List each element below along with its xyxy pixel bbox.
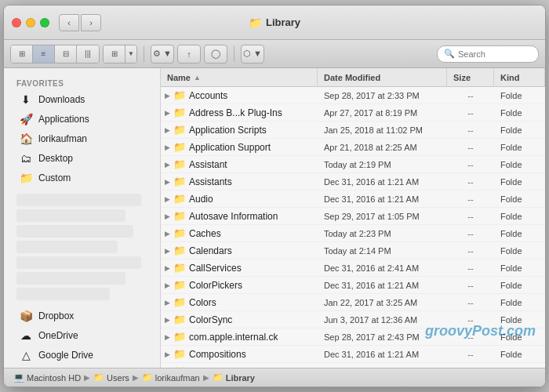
file-kind-cell: Folde (494, 177, 545, 187)
minimize-button[interactable] (26, 18, 35, 27)
sidebar-item-dropbox[interactable]: 📦 Dropbox (7, 307, 157, 325)
view-icon-button[interactable]: ⊞ (11, 45, 33, 64)
row-toggle[interactable]: ▶ (161, 230, 173, 238)
file-list: ▶ 📁 Accounts Sep 28, 2017 at 2:33 PM -- … (161, 87, 545, 368)
row-toggle[interactable]: ▶ (161, 126, 173, 134)
arrange-dropdown[interactable]: ▼ (125, 45, 136, 64)
table-row[interactable]: ▶ 📁 Colors Jan 22, 2017 at 3:25 AM -- Fo… (161, 294, 545, 311)
sidebar-label-custom: Custom (38, 172, 71, 183)
table-row[interactable]: ▶ 📁 Address B...k Plug-Ins Apr 27, 2017 … (161, 104, 545, 122)
table-row[interactable]: ▶ 📁 Autosave Information Sep 29, 2017 at… (161, 208, 545, 225)
row-toggle[interactable]: ▶ (161, 368, 173, 368)
row-toggle[interactable]: ▶ (161, 333, 173, 341)
toolbar-separator-1 (144, 46, 144, 62)
statusbar: 💻Macintosh HD▶📁Users▶📁lorikaufman▶📁Libra… (4, 368, 545, 387)
search-icon: 🔍 (444, 49, 455, 59)
folder-icon: 📁 (173, 89, 186, 101)
sidebar-label-downloads: Downloads (38, 94, 85, 105)
dropbox-button[interactable]: ⬡ ▼ (241, 45, 264, 64)
tags-button[interactable]: ◯ (204, 45, 227, 64)
share-button[interactable]: ↑ (177, 45, 201, 64)
table-row[interactable]: ▶ 📁 Assistant Today at 2:19 PM -- Folde (161, 156, 545, 173)
folder-icon: 📁 (173, 141, 186, 153)
row-toggle[interactable]: ▶ (161, 299, 173, 307)
file-date-cell: Apr 27, 2017 at 8:19 PM (318, 108, 447, 118)
sidebar-item-desktop[interactable]: 🗂 Desktop (7, 149, 157, 168)
table-row[interactable]: ▶ 📁 Application Scripts Jan 25, 2018 at … (161, 122, 545, 139)
statusbar-item: 📁lorikaufman (142, 372, 200, 383)
table-row[interactable]: ▶ 📁 ColorPickers Dec 31, 2016 at 1:21 AM… (161, 277, 545, 294)
file-name-text: Assistants (189, 176, 232, 187)
file-kind-cell: Folde (494, 108, 545, 118)
table-row[interactable]: ▶ 📁 com.apple.internal.ck Sep 28, 2017 a… (161, 328, 545, 346)
search-box[interactable]: 🔍 (437, 45, 539, 63)
row-toggle[interactable]: ▶ (161, 212, 173, 220)
action-button[interactable]: ⚙ ▼ (151, 45, 174, 64)
row-toggle[interactable]: ▶ (161, 178, 173, 186)
row-toggle[interactable]: ▶ (161, 247, 173, 255)
col-header-size[interactable]: Size (447, 68, 494, 86)
folder-icon: 📁 (173, 210, 186, 222)
folder-icon: 📁 (173, 314, 186, 325)
row-toggle[interactable]: ▶ (161, 195, 173, 203)
folder-icon: 📁 (173, 158, 186, 170)
file-name-cell: 📁 Audio (173, 193, 318, 205)
statusbar-text: Library (226, 373, 255, 383)
sidebar-item-applications[interactable]: 🚀 Applications (7, 110, 157, 129)
row-toggle[interactable]: ▶ (161, 92, 173, 100)
file-kind-cell: Folde (494, 263, 545, 273)
sidebar-item-googledrive[interactable]: △ Google Drive (7, 346, 157, 365)
row-toggle[interactable]: ▶ (161, 161, 173, 169)
row-toggle[interactable]: ▶ (161, 143, 173, 151)
maximize-button[interactable] (40, 18, 49, 27)
file-name-text: Autosave Information (189, 211, 278, 222)
forward-button[interactable]: › (81, 14, 101, 31)
file-name-cell: 📁 Colors (173, 296, 318, 308)
sidebar-item-onedrive[interactable]: ☁ OneDrive (7, 326, 157, 345)
file-name-text: Colors (189, 297, 216, 308)
table-row[interactable]: ▶ 📁 Assistants Dec 31, 2016 at 1:21 AM -… (161, 173, 545, 191)
file-name-cell: 📁 Compositions (173, 348, 318, 360)
sidebar-item-custom[interactable]: 📁 Custom (7, 169, 157, 187)
dropbox-icon: 📦 (20, 310, 32, 322)
table-row[interactable]: ▶ 📁 ColorSync Jun 3, 2017 at 12:36 AM --… (161, 311, 545, 328)
file-kind-cell: Folde (494, 281, 545, 290)
close-button[interactable] (12, 18, 21, 27)
sidebar-item-downloads[interactable]: ⬇ Downloads (7, 90, 157, 109)
row-toggle[interactable]: ▶ (161, 350, 173, 358)
file-name-cell: 📁 com.apple.internal.ck (173, 331, 318, 343)
table-row[interactable]: ▶ 📁 CallServices Dec 31, 2016 at 2:41 AM… (161, 260, 545, 277)
folder-icon: 📁 (173, 227, 186, 239)
row-toggle[interactable]: ▶ (161, 264, 173, 272)
view-column-button[interactable]: ⊟ (55, 45, 77, 64)
row-toggle[interactable]: ▶ (161, 316, 173, 324)
file-name-cell: 📁 Autosave Information (173, 210, 318, 222)
folder-icon: 📁 (173, 365, 186, 368)
sidebar-item-home[interactable]: 🏠 lorikaufman (7, 129, 157, 148)
search-input[interactable] (458, 49, 532, 59)
arrange-button[interactable]: ⊞ (104, 45, 125, 64)
col-header-kind[interactable]: Kind (494, 68, 545, 86)
table-row[interactable]: ▶ 📁 Calendars Today at 2:14 PM -- Folde (161, 242, 545, 260)
window-title: 📁 Library (249, 16, 300, 29)
table-row[interactable]: ▶ 📁 Compositions Dec 31, 2016 at 1:21 AM… (161, 346, 545, 363)
col-header-date[interactable]: Date Modified (318, 68, 447, 86)
col-header-name[interactable]: Name ▲ (161, 68, 318, 86)
row-toggle[interactable]: ▶ (161, 109, 173, 117)
file-date-cell: Dec 31, 2016 at 1:21 AM (318, 350, 447, 359)
table-row[interactable]: ▶ 📁 Caches Today at 2:23 PM -- Folde (161, 225, 545, 242)
table-row[interactable]: ▶ 📁 Application Support Apr 21, 2018 at … (161, 139, 545, 156)
view-list-button[interactable]: ≡ (33, 45, 55, 64)
table-row[interactable]: ▶ 📁 Audio Dec 31, 2016 at 1:21 AM -- Fol… (161, 191, 545, 208)
table-row[interactable]: ▶ 📁 Accounts Sep 28, 2017 at 2:33 PM -- … (161, 87, 545, 104)
row-toggle[interactable]: ▶ (161, 281, 173, 289)
hd-icon: 💻 (13, 372, 24, 383)
googledrive-icon: △ (20, 349, 32, 361)
file-name-cell: 📁 Application Scripts (173, 124, 318, 136)
titlebar: ‹ › 📁 Library (4, 5, 545, 40)
folder-icon: 📁 (173, 331, 186, 343)
file-kind-cell: Folde (494, 160, 545, 169)
back-button[interactable]: ‹ (59, 14, 79, 31)
view-cover-button[interactable]: ||| (77, 45, 99, 64)
table-row[interactable]: ▶ 📁 Containers Apr 24, 2018 at 12:06 AM … (161, 363, 545, 368)
